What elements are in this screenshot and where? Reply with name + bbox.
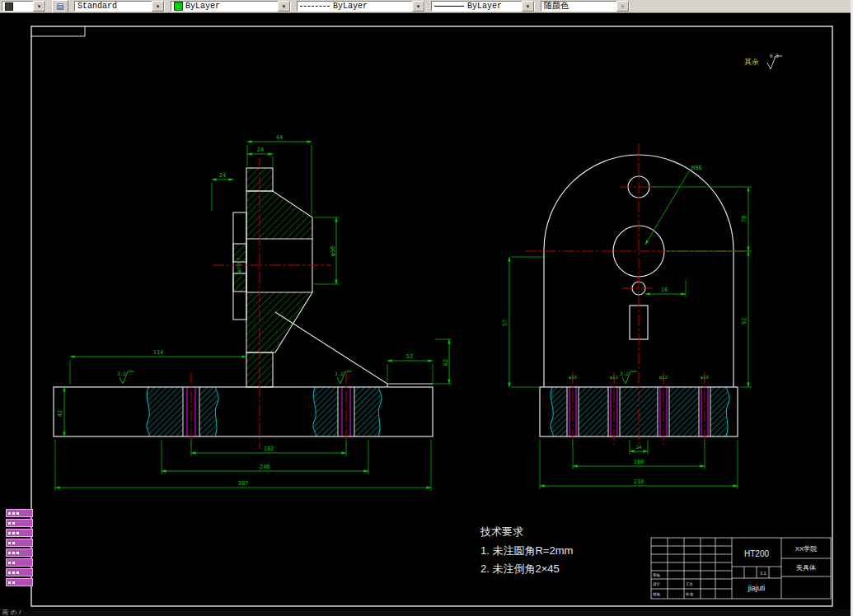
- dropdown-arrow-icon: ▼: [616, 1, 629, 12]
- dim-label: 114: [153, 349, 164, 356]
- general-note-prefix: 其余: [744, 58, 759, 66]
- hole-label: φ10: [701, 375, 709, 380]
- layer-properties-button[interactable]: ▤: [52, 0, 68, 13]
- layer-combo[interactable]: ▼: [2, 1, 46, 12]
- roughness-mark: 3.2: [335, 371, 352, 384]
- color-value: ByLayer: [185, 2, 276, 11]
- dim-label: φ50: [330, 246, 336, 257]
- side-toolbar-button[interactable]: [6, 539, 33, 547]
- left-docked-toolbar: [6, 509, 33, 586]
- top-toolbar: ▼ ▤ Standard ▼ ByLayer ▼ ByLayer ▼ ByLay…: [0, 0, 853, 13]
- color-swatch-icon: [174, 2, 183, 11]
- layer-swatch-icon: [5, 2, 13, 11]
- lineweight-combo[interactable]: ByLayer ▼: [431, 1, 535, 12]
- drawing-area: 44 24 24 φ50 φ25H7 114 52 62 192 240 307…: [0, 13, 853, 609]
- color-combo[interactable]: ByLayer ▼: [171, 1, 291, 12]
- drawing-canvas[interactable]: 44 24 24 φ50 φ25H7 114 52 62 192 240 307…: [0, 13, 853, 609]
- left-view: [233, 168, 433, 387]
- ime-icon[interactable]: 画: [2, 609, 8, 616]
- dim-label: 62: [443, 359, 449, 366]
- lineweight-value: ByLayer: [467, 2, 520, 11]
- title-block-cell-label: 工艺: [686, 581, 694, 586]
- status-bar: 画 の /: [0, 609, 853, 616]
- tech-req-item: 2. 未注倒角2×45: [480, 562, 560, 575]
- roughness-value: 3.2: [117, 371, 126, 376]
- roughness-value: 3.2: [620, 371, 629, 376]
- side-toolbar-button[interactable]: [6, 578, 33, 586]
- hole-label: φ10: [569, 375, 577, 380]
- dim-label: 24: [635, 444, 642, 450]
- part-name-label: 夹具体: [796, 564, 816, 572]
- dim-label: 192: [264, 446, 274, 452]
- roughness-mark: 3.2: [117, 371, 134, 384]
- ime-icon[interactable]: の: [11, 609, 16, 616]
- organization-label: XX学院: [795, 545, 818, 553]
- hole-label: φ12: [610, 375, 618, 380]
- linetype-sample-icon: [300, 6, 330, 7]
- dim-label: 240: [260, 464, 270, 470]
- side-toolbar-button[interactable]: [6, 558, 33, 567]
- dim-label: 44: [276, 134, 283, 141]
- radius-label: R96: [691, 165, 702, 171]
- dropdown-arrow-icon[interactable]: ▼: [152, 1, 164, 12]
- drawing-code-label: jiajuti: [748, 584, 766, 592]
- dropdown-arrow-icon[interactable]: ▼: [522, 1, 534, 12]
- roughness-mark: 3.2: [620, 371, 637, 384]
- title-block-cell-label: 批准: [685, 592, 694, 596]
- scale-label: 1:1: [761, 571, 766, 576]
- dim-label: 218: [634, 478, 644, 485]
- linetype-value: ByLayer: [333, 2, 410, 11]
- side-toolbar-button[interactable]: [6, 548, 33, 557]
- side-toolbar-button[interactable]: [6, 568, 33, 576]
- general-note-value: 6.3: [770, 53, 779, 58]
- plotstyle-combo[interactable]: 随颜色 ▼: [541, 1, 630, 12]
- general-roughness-note: 其余 6.3: [744, 53, 782, 69]
- lineweight-sample-icon: [434, 6, 464, 7]
- side-toolbar-button[interactable]: [6, 519, 33, 527]
- dropdown-arrow-icon[interactable]: ▼: [412, 1, 424, 12]
- dim-label: 57: [502, 320, 509, 326]
- title-block-cell-label: 校核: [653, 592, 661, 596]
- dim-label: 78: [741, 216, 748, 222]
- layers-icon: ▤: [56, 2, 63, 11]
- side-toolbar-button[interactable]: [6, 529, 33, 537]
- text-style-value: Standard: [77, 2, 150, 11]
- hole-label: φ12: [659, 375, 668, 380]
- cad-application-window: ▼ ▤ Standard ▼ ByLayer ▼ ByLayer ▼ ByLay…: [0, 0, 853, 616]
- dim-label: 42: [57, 410, 63, 417]
- dim-label: φ25H7: [236, 258, 242, 273]
- left-base-plate: [54, 387, 433, 436]
- dim-label: 24: [257, 147, 264, 153]
- dim-label: 16: [661, 287, 668, 293]
- dropdown-arrow-icon[interactable]: ▼: [33, 1, 45, 12]
- right-view-dimensions: R96 78 92 57 16 24 160 218 φ10 φ12 φ12 φ…: [502, 165, 752, 489]
- technical-requirements: 技术要求 1. 未注圆角R=2mm 2. 未注倒角2×45: [480, 525, 573, 575]
- ime-icon[interactable]: /: [19, 609, 21, 616]
- dropdown-arrow-icon[interactable]: ▼: [278, 1, 290, 12]
- sheet-frame: [31, 26, 832, 606]
- tech-req-title: 技术要求: [480, 525, 523, 538]
- material-label: HT200: [744, 549, 769, 558]
- text-style-combo[interactable]: Standard ▼: [74, 1, 165, 12]
- dim-label: 92: [741, 318, 748, 324]
- linetype-combo[interactable]: ByLayer ▼: [297, 1, 425, 12]
- title-block-cell-label: 审核: [653, 573, 661, 577]
- dim-label: 160: [634, 459, 644, 465]
- side-toolbar-button[interactable]: [6, 509, 33, 517]
- title-block: HT200 XX学院 夹具体 jiajuti 1:1 审核 设计 校核 工艺 批…: [651, 538, 831, 599]
- dim-label: 52: [406, 353, 413, 360]
- roughness-value: 3.2: [335, 371, 344, 376]
- title-block-cell-label: 设计: [653, 581, 661, 586]
- plotstyle-value: 随颜色: [544, 2, 615, 11]
- dim-label: 307: [238, 480, 249, 487]
- tech-req-item: 1. 未注圆角R=2mm: [480, 544, 573, 557]
- dim-label: 24: [219, 172, 226, 179]
